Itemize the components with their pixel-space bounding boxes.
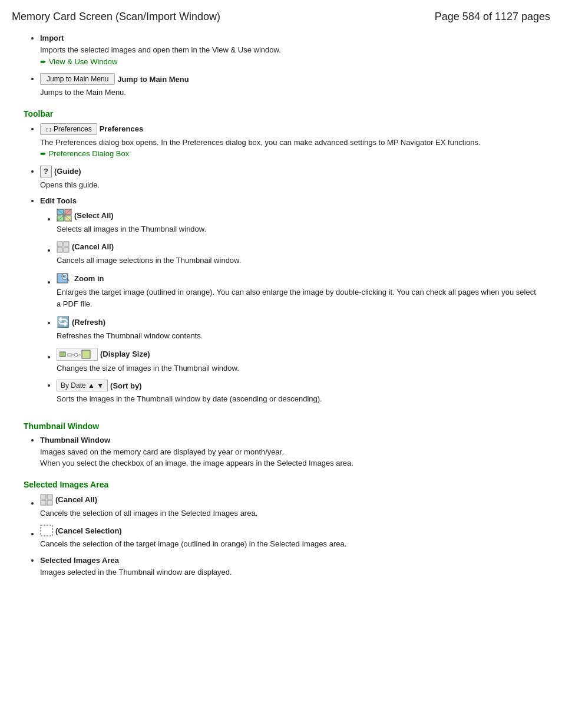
jump-main-menu-desc: Jumps to the Main Menu. (40, 87, 538, 98)
list-item-guide: ? (Guide) Opens this guide. (40, 166, 538, 191)
list-item-display-size: (Display Size) Changes the size of image… (57, 348, 538, 374)
svg-text:+: + (62, 274, 65, 278)
jump-main-menu-label: Jump to Main Menu (117, 75, 189, 84)
selected-images-area-label: Selected Images Area (40, 556, 119, 565)
svg-rect-24 (41, 525, 52, 536)
refresh-desc: Refreshes the Thumbnail window contents. (57, 330, 538, 342)
display-size-desc: Changes the size of images in the Thumbn… (57, 363, 538, 374)
sort-by-desc: Sorts the images in the Thumbnail window… (57, 393, 538, 405)
svg-rect-21 (47, 495, 52, 499)
list-item-refresh: 🔄 (Refresh) Refreshes the Thumbnail wind… (57, 315, 538, 342)
svg-rect-16 (68, 354, 71, 356)
list-item-import: Import Imports the selected images and o… (40, 34, 538, 67)
list-item-select-all: (Select All) Selects all images in the T… (57, 209, 538, 235)
svg-rect-8 (57, 248, 62, 252)
zoom-in-icon: + (57, 272, 72, 285)
cancel-selection-label: (Cancel Selection) (55, 526, 122, 535)
svg-point-18 (74, 353, 78, 357)
thumbnail-window-desc: Images saved on the memory card are disp… (40, 446, 538, 469)
svg-rect-19 (82, 350, 90, 358)
cancel-selection-icon (40, 525, 53, 536)
selected-images-area-desc: Images selected in the Thumbnail window … (40, 566, 538, 578)
select-all-icon (57, 209, 72, 222)
display-size-icon (57, 348, 98, 361)
guide-label: (Guide) (54, 167, 81, 176)
preferences-btn-label: Preferences (54, 125, 92, 133)
page-title: Memory Card Screen (Scan/Import Window) (12, 11, 220, 23)
import-desc: Imports the selected images and open the… (40, 44, 538, 67)
thumbnail-window-heading: Thumbnail Window (24, 421, 538, 431)
sort-by-button[interactable]: By Date ▲ ▼ (57, 380, 108, 391)
list-item-thumbnail-window: Thumbnail Window Images saved on the mem… (40, 436, 538, 469)
edit-tools-label: Edit Tools (40, 196, 77, 205)
cancel-all-thumb-icon (57, 241, 70, 253)
select-all-desc: Selects all images in the Thumbnail wind… (57, 223, 538, 235)
cancel-all-selected-label: (Cancel All) (55, 495, 97, 504)
cancel-all-thumb-desc: Cancels all image selections in the Thum… (57, 255, 538, 266)
select-all-label: (Select All) (74, 211, 114, 220)
list-item-zoom-in: + Zoom in Enlarges the target image (out… (57, 272, 538, 309)
preferences-button[interactable]: ↕↕ Preferences (40, 123, 97, 135)
preferences-dialog-link[interactable]: Preferences Dialog Box (40, 149, 129, 158)
zoom-in-label: Zoom in (74, 274, 104, 283)
import-label: Import (40, 34, 64, 42)
preferences-label: Preferences (100, 124, 143, 133)
svg-rect-15 (59, 352, 65, 357)
jump-main-menu-button[interactable]: Jump to Main Menu (40, 73, 115, 85)
list-item-edit-tools: Edit Tools (40, 196, 538, 411)
cancel-all-thumb-label: (Cancel All) (72, 242, 114, 251)
cancel-all-selected-desc: Cancels the selection of all images in t… (40, 508, 538, 519)
list-item-cancel-selection: (Cancel Selection) Cancels the selection… (40, 525, 538, 550)
svg-rect-20 (41, 495, 46, 499)
list-item-jump-main-menu: Jump to Main Menu Jump to Main Menu Jump… (40, 73, 538, 98)
list-item-cancel-all-selected: (Cancel All) Cancels the selection of al… (40, 494, 538, 519)
svg-rect-7 (64, 242, 69, 246)
svg-rect-6 (57, 242, 62, 246)
zoom-in-desc: Enlarges the target image (outlined in o… (57, 286, 538, 309)
svg-rect-23 (47, 500, 52, 505)
view-use-window-link[interactable]: View & Use Window (40, 57, 117, 66)
refresh-icon: 🔄 (57, 315, 70, 328)
display-size-label: (Display Size) (100, 350, 150, 358)
guide-desc: Opens this guide. (40, 179, 538, 191)
preferences-desc: The Preferences dialog box opens. In the… (40, 137, 538, 160)
refresh-label: (Refresh) (72, 318, 105, 327)
list-item-preferences: ↕↕ Preferences Preferences The Preferenc… (40, 123, 538, 160)
page-number: Page 584 of 1127 pages (435, 11, 550, 23)
cancel-all-selected-icon (40, 494, 53, 506)
list-item-cancel-all-thumb: (Cancel All) Cancels all image selection… (57, 241, 538, 266)
svg-rect-9 (64, 248, 69, 252)
sort-by-label: (Sort by) (110, 381, 141, 390)
selected-images-heading: Selected Images Area (24, 480, 538, 489)
guide-icon: ? (40, 166, 52, 177)
thumbnail-window-label: Thumbnail Window (40, 436, 110, 444)
cancel-selection-desc: Cancels the selection of the target imag… (40, 538, 538, 550)
list-item-sort-by: By Date ▲ ▼ (Sort by) Sorts the images i… (57, 380, 538, 405)
toolbar-heading: Toolbar (24, 109, 538, 118)
svg-rect-22 (41, 500, 46, 505)
list-item-selected-images-area: Selected Images Area Images selected in … (40, 556, 538, 578)
